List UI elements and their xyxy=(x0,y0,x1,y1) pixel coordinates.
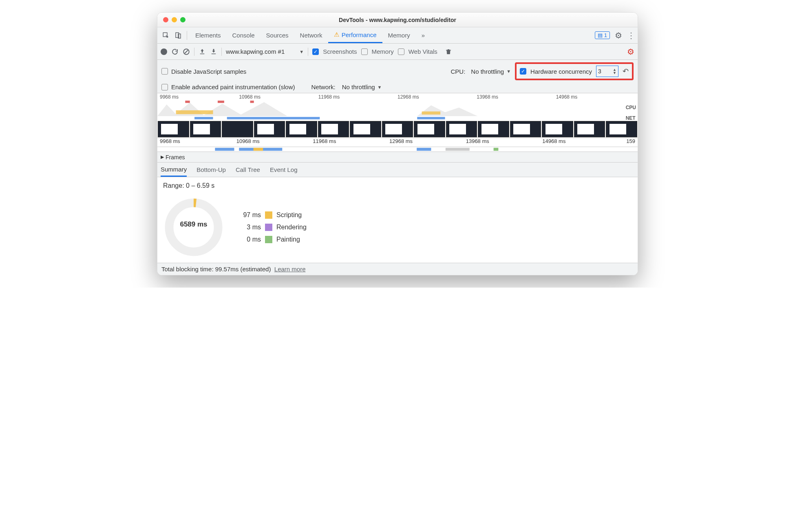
delete-icon[interactable] xyxy=(445,48,452,55)
undo-icon[interactable]: ↶ xyxy=(623,67,629,76)
disable-js-checkbox[interactable] xyxy=(161,68,168,75)
chat-icon: ▤ xyxy=(598,32,603,38)
titlebar: DevTools - www.kapwing.com/studio/editor xyxy=(157,13,638,27)
filmstrip-frame[interactable] xyxy=(254,121,285,137)
panel-tabs: Elements Console Sources Network ⚠ Perfo… xyxy=(190,27,431,43)
legend-row-rendering: 3 ms Rendering xyxy=(236,224,307,231)
hw-concurrency-checkbox[interactable]: ✓ xyxy=(520,68,526,75)
filmstrip-frame[interactable] xyxy=(542,121,573,137)
tab-console[interactable]: Console xyxy=(227,27,261,43)
summary-legend: 97 ms Scripting 3 ms Rendering 0 ms Pain… xyxy=(236,211,307,243)
subtab-bottom-up[interactable]: Bottom-Up xyxy=(197,163,226,177)
swatch-rendering xyxy=(265,224,272,231)
recording-selector[interactable]: www.kapwing.com #1 ▼ xyxy=(226,48,304,55)
window-title: DevTools - www.kapwing.com/studio/editor xyxy=(157,17,638,23)
memory-label: Memory xyxy=(372,48,394,55)
inspect-element-icon[interactable] xyxy=(160,29,172,42)
filmstrip-frame[interactable] xyxy=(510,121,541,137)
cpu-overview-graph xyxy=(157,101,621,116)
tab-memory[interactable]: Memory xyxy=(382,27,416,43)
chevron-down-icon: ▼ xyxy=(299,49,304,54)
overview-ticks: 9968 ms10968 ms11968 ms12968 ms13968 ms1… xyxy=(157,93,638,101)
svg-rect-11 xyxy=(194,117,213,119)
svg-rect-17 xyxy=(417,148,431,151)
filmstrip-frame[interactable] xyxy=(446,121,477,137)
svg-rect-9 xyxy=(176,110,213,114)
summary-panel: Range: 0 – 6.59 s 6589 ms 97 ms Scriptin… xyxy=(157,177,638,263)
enable-paint-option[interactable]: Enable advanced paint instrumentation (s… xyxy=(161,84,295,90)
messages-badge[interactable]: ▤ 1 xyxy=(595,31,610,39)
filmstrip-frame[interactable] xyxy=(606,121,637,137)
webvitals-checkbox[interactable] xyxy=(398,48,404,55)
record-button[interactable] xyxy=(161,48,167,55)
main-tabbar: Elements Console Sources Network ⚠ Perfo… xyxy=(157,27,638,44)
summary-footer: Total blocking time: 99.57ms (estimated)… xyxy=(157,263,638,275)
frames-track-header[interactable]: ▶ Frames xyxy=(157,152,638,163)
filmstrip-frame[interactable] xyxy=(158,121,189,137)
chevron-down-icon: ▼ xyxy=(506,69,511,74)
details-tabs: Summary Bottom-Up Call Tree Event Log xyxy=(157,163,638,177)
hardware-concurrency-highlight: ✓ Hardware concurrency 3 ▲▼ ↶ xyxy=(515,62,634,80)
svg-rect-16 xyxy=(254,148,263,151)
separator xyxy=(187,31,187,40)
summary-donut-chart: 6589 ms xyxy=(163,197,224,258)
reload-button[interactable] xyxy=(171,48,179,55)
flamechart-ruler[interactable]: 9968 ms10968 ms11968 ms12968 ms13968 ms1… xyxy=(157,138,638,147)
summary-total: 6589 ms xyxy=(163,220,224,229)
devtools-window: DevTools - www.kapwing.com/studio/editor… xyxy=(157,12,638,275)
svg-rect-14 xyxy=(215,148,234,151)
subtab-call-tree[interactable]: Call Tree xyxy=(236,163,260,177)
screenshots-filmstrip[interactable] xyxy=(157,121,638,138)
filmstrip-frame[interactable] xyxy=(382,121,413,137)
svg-rect-10 xyxy=(422,112,441,115)
filmstrip-frame[interactable] xyxy=(350,121,381,137)
subtab-event-log[interactable]: Event Log xyxy=(270,163,298,177)
kebab-menu-icon[interactable]: ⋮ xyxy=(627,31,635,40)
svg-rect-18 xyxy=(446,148,470,151)
tab-network[interactable]: Network xyxy=(294,27,328,43)
capture-settings-panel: Disable JavaScript samples CPU: No throt… xyxy=(157,60,638,93)
hw-concurrency-label: Hardware concurrency xyxy=(530,68,592,75)
chevron-down-icon: ▼ xyxy=(378,85,382,90)
tab-overflow[interactable]: » xyxy=(416,27,431,43)
memory-checkbox[interactable] xyxy=(361,48,368,55)
tab-sources[interactable]: Sources xyxy=(261,27,294,43)
svg-rect-5 xyxy=(212,53,216,54)
tab-performance[interactable]: ⚠ Performance xyxy=(328,27,382,43)
filmstrip-frame[interactable] xyxy=(478,121,509,137)
svg-rect-8 xyxy=(250,101,254,103)
filmstrip-frame[interactable] xyxy=(286,121,317,137)
settings-icon[interactable]: ⚙ xyxy=(615,31,622,40)
timeline-overview[interactable]: 9968 ms10968 ms11968 ms12968 ms13968 ms1… xyxy=(157,93,638,138)
subtab-summary[interactable]: Summary xyxy=(161,163,187,177)
enable-paint-checkbox[interactable] xyxy=(161,84,168,90)
network-label: Network: xyxy=(311,84,336,90)
total-blocking-time: Total blocking time: 99.57ms (estimated) xyxy=(161,266,271,273)
cpu-throttle-select[interactable]: No throttling ▼ xyxy=(471,68,511,75)
filmstrip-frame[interactable] xyxy=(318,121,349,137)
swatch-scripting xyxy=(265,211,272,219)
clear-button[interactable] xyxy=(183,48,190,55)
device-toggle-icon[interactable] xyxy=(172,29,184,42)
svg-rect-19 xyxy=(494,148,499,151)
chevron-double-right-icon: » xyxy=(422,32,425,39)
hw-concurrency-input[interactable]: 3 ▲▼ xyxy=(596,66,618,77)
flamechart-strip[interactable] xyxy=(157,147,638,152)
tab-elements[interactable]: Elements xyxy=(190,27,227,43)
screenshots-checkbox[interactable]: ✓ xyxy=(312,48,319,55)
load-profile-button[interactable] xyxy=(199,48,206,55)
expand-triangle-icon[interactable]: ▶ xyxy=(161,154,164,160)
stepper-icon[interactable]: ▲▼ xyxy=(613,68,616,75)
learn-more-link[interactable]: Learn more xyxy=(274,266,306,273)
save-profile-button[interactable] xyxy=(210,48,217,55)
filmstrip-frame[interactable] xyxy=(574,121,605,137)
capture-settings-icon[interactable]: ⚙ xyxy=(627,47,634,57)
network-throttle-select[interactable]: No throttling ▼ xyxy=(342,84,382,90)
legend-row-painting: 0 ms Painting xyxy=(236,236,307,243)
legend-row-scripting: 97 ms Scripting xyxy=(236,211,307,219)
filmstrip-frame[interactable] xyxy=(222,121,253,137)
filmstrip-frame[interactable] xyxy=(190,121,221,137)
disable-js-samples-option[interactable]: Disable JavaScript samples xyxy=(161,68,246,75)
net-overview-strip xyxy=(157,117,621,119)
filmstrip-frame[interactable] xyxy=(414,121,445,137)
